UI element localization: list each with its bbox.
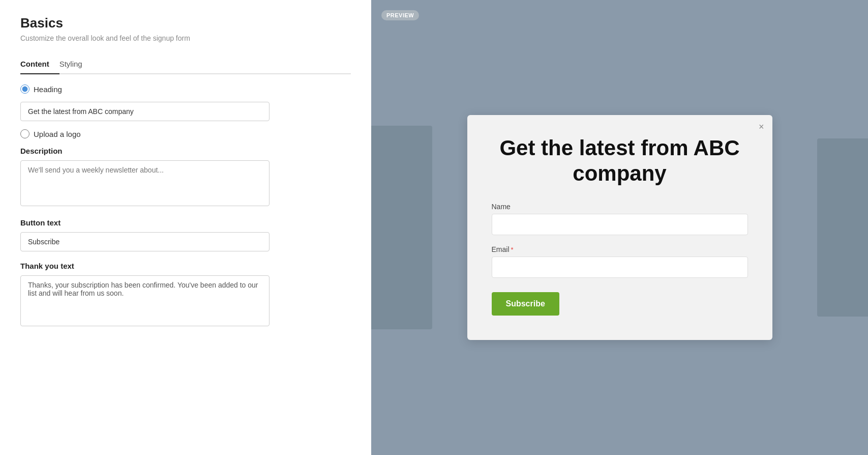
email-label: Email * xyxy=(492,245,748,253)
page-title: Basics xyxy=(20,15,351,31)
thank-you-label: Thank you text xyxy=(20,262,351,270)
heading-text-input[interactable] xyxy=(20,102,270,121)
preview-modal: × Get the latest from ABC company Name E… xyxy=(467,115,772,340)
upload-logo-label: Upload a logo xyxy=(34,130,81,138)
button-text-label: Button text xyxy=(20,218,351,227)
tab-styling[interactable]: Styling xyxy=(59,54,93,74)
description-label: Description xyxy=(20,147,351,155)
modal-heading: Get the latest from ABC company xyxy=(492,135,748,187)
tab-content[interactable]: Content xyxy=(20,54,59,74)
required-star: * xyxy=(511,246,514,253)
description-textarea[interactable] xyxy=(20,160,270,206)
upload-logo-radio-option[interactable]: Upload a logo xyxy=(20,129,351,138)
preview-panel: PREVIEW × Get the latest from ABC compan… xyxy=(371,0,868,455)
heading-radio-option[interactable]: Heading xyxy=(20,84,351,94)
button-text-input[interactable] xyxy=(20,232,270,251)
name-input[interactable] xyxy=(492,214,748,235)
preview-bg-left xyxy=(371,126,432,329)
email-input[interactable] xyxy=(492,257,748,278)
thank-you-textarea[interactable]: Thanks, your subscription has been confi… xyxy=(20,275,270,326)
name-label: Name xyxy=(492,203,748,211)
tab-bar: Content Styling xyxy=(20,54,351,74)
left-panel: Basics Customize the overall look and fe… xyxy=(0,0,371,455)
upload-logo-radio-input[interactable] xyxy=(20,129,29,138)
heading-radio-group: Heading xyxy=(20,84,351,94)
heading-radio-label: Heading xyxy=(34,85,62,94)
modal-close-button[interactable]: × xyxy=(759,122,764,131)
preview-bg-right xyxy=(817,138,868,317)
name-field: Name xyxy=(492,203,748,235)
page-subtitle: Customize the overall look and feel of t… xyxy=(20,34,351,42)
subscribe-button[interactable]: Subscribe xyxy=(492,292,559,316)
email-field: Email * xyxy=(492,245,748,278)
heading-radio-input[interactable] xyxy=(20,84,29,94)
preview-badge: PREVIEW xyxy=(381,10,419,20)
